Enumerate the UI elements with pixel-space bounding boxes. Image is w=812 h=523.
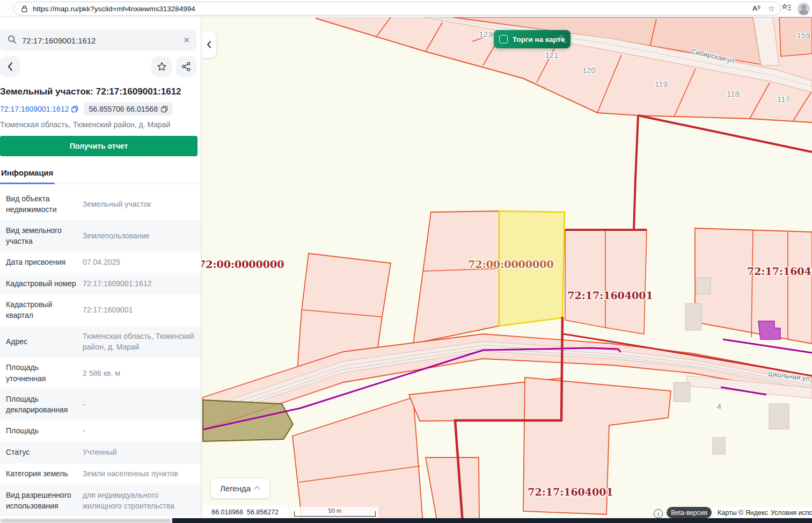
table-row: Вид объекта недвижимостиЗемельный участо… bbox=[0, 188, 201, 220]
parcel-group-right[interactable] bbox=[695, 228, 812, 344]
favorite-button[interactable] bbox=[151, 56, 172, 77]
cursor-coordinates: 66.018968 56.856272 bbox=[203, 505, 287, 518]
parcel-number-119: 119 bbox=[655, 79, 668, 89]
profile-avatar[interactable] bbox=[798, 3, 810, 15]
map-canvas[interactable]: 123 121 120 119 118 117 159 4 Сибирская … bbox=[202, 17, 812, 518]
url-text[interactable]: https://map.ru/pkk?ysclid=mh4nxiewms3132… bbox=[33, 5, 748, 13]
parcel-left-of-selected[interactable] bbox=[413, 211, 499, 344]
quarter-label-center: 72:00:0000000 bbox=[468, 258, 553, 270]
terms-of-use-link[interactable]: Условия испо bbox=[771, 509, 812, 517]
address-bar[interactable]: https://map.ru/pkk?ysclid=mh4nxiewms3132… bbox=[13, 2, 781, 16]
page-title: Земельный участок: 72:17:1609001:1612 bbox=[0, 86, 196, 97]
parcel-bottom-left[interactable] bbox=[292, 397, 423, 518]
table-row: Площадь уточненная2 586 кв. м bbox=[0, 357, 201, 389]
horizontal-scrollbar[interactable] bbox=[0, 518, 812, 523]
table-row: Вид земельного участкаЗемлепользование bbox=[0, 220, 201, 252]
cadastral-map[interactable]: 123 121 120 119 118 117 159 4 Сибирская … bbox=[202, 17, 812, 518]
table-row: СтатусУчтенный bbox=[0, 442, 201, 463]
share-button[interactable] bbox=[176, 56, 196, 77]
object-address: Тюменская область, Тюменский район, д. М… bbox=[0, 120, 196, 129]
parcel-number-118: 118 bbox=[727, 89, 740, 98]
table-row: АдресТюменская область, Тюменский район,… bbox=[0, 326, 201, 358]
legend-button[interactable]: Легенда bbox=[211, 478, 269, 498]
parcel-khaki[interactable] bbox=[203, 400, 293, 441]
quarter-label-left: 72:00:0000000 bbox=[202, 258, 284, 270]
clear-search-icon[interactable]: ✕ bbox=[183, 35, 190, 45]
trades-checkbox[interactable] bbox=[499, 35, 508, 43]
scale-bracket bbox=[294, 511, 376, 517]
lock-icon bbox=[21, 5, 27, 12]
active-tab-underline bbox=[0, 183, 55, 184]
search-field[interactable]: ✕ bbox=[0, 30, 196, 51]
parcel-number-121: 121 bbox=[545, 50, 558, 60]
copy-icon bbox=[161, 106, 168, 113]
map-attribution: Карты © Яндекс bbox=[718, 509, 768, 517]
collapse-panel-button[interactable] bbox=[202, 31, 216, 58]
scrollbar-thumb[interactable] bbox=[2, 519, 170, 522]
object-info-panel: ✕ Земельный участок: 72:17:1609001:1612 … bbox=[0, 17, 202, 518]
table-row: Категория земельЗемли населенных пунктов bbox=[0, 463, 201, 485]
collections-icon[interactable] bbox=[781, 3, 792, 14]
parcel-number-123: 123 bbox=[479, 30, 492, 39]
copy-icon bbox=[71, 106, 78, 113]
quarter-label-right: 72:17:1604001 bbox=[567, 289, 653, 301]
parcel-group-1604001[interactable] bbox=[565, 230, 647, 334]
parcel-number-159: 159 bbox=[796, 31, 810, 40]
info-table: Вид объекта недвижимостиЗемельный участо… bbox=[0, 188, 201, 516]
table-row: Вид разрешенного использованиядля индиви… bbox=[0, 485, 201, 517]
parcel-number-4: 4 bbox=[717, 402, 721, 411]
beta-badge: Beta-версия bbox=[667, 507, 712, 518]
trades-on-map-toggle[interactable]: Торги на карте bbox=[494, 30, 570, 48]
back-button[interactable] bbox=[0, 56, 20, 77]
tabs-bar: Информация bbox=[0, 165, 201, 184]
table-row: Кадастровый номер72:17:1609001:1612 bbox=[0, 273, 201, 294]
get-report-button[interactable]: Получить отчет bbox=[0, 136, 197, 156]
auction-hammer-icon bbox=[553, 31, 569, 47]
coordinates-chip[interactable]: 56.855706 66.01568 bbox=[84, 103, 172, 115]
table-row: Дата присвоения07.04.2025 bbox=[0, 251, 201, 273]
cadastral-number-link[interactable]: 72:17:1609001:1612 bbox=[0, 105, 78, 113]
table-row: Площадь декларированная- bbox=[0, 389, 201, 420]
read-aloud-icon[interactable]: A)) bbox=[752, 4, 760, 12]
table-row: Площадь- bbox=[0, 420, 201, 442]
favorite-star-icon[interactable]: ☆ bbox=[768, 4, 775, 13]
search-icon bbox=[8, 35, 17, 46]
parcel-bottom-small[interactable] bbox=[426, 457, 479, 518]
browser-toolbar: https://map.ru/pkk?ysclid=mh4nxiewms3132… bbox=[0, 0, 812, 17]
quarter-label-bottom: 72:17:1604001 bbox=[528, 486, 613, 498]
info-icon[interactable]: i bbox=[654, 509, 663, 518]
table-row: Кадастровый квартал72:17:1609001 bbox=[0, 294, 201, 326]
parcel-number-120: 120 bbox=[582, 66, 595, 75]
quarter-label-right-edge: 72:17:160400 bbox=[747, 265, 812, 277]
chevron-up-icon bbox=[254, 486, 261, 493]
parcel-number-117: 117 bbox=[777, 95, 790, 104]
scale-bar: 50 m bbox=[291, 507, 378, 518]
search-input[interactable] bbox=[22, 36, 183, 45]
tab-information[interactable]: Информация bbox=[0, 165, 54, 180]
chevron-left-icon bbox=[207, 41, 211, 48]
